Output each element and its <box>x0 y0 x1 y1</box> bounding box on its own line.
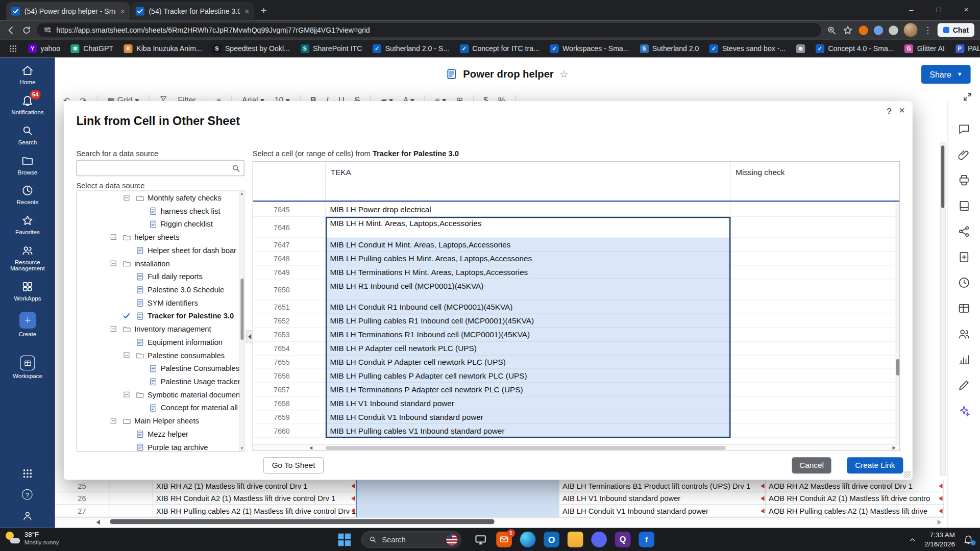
desktop-app[interactable] <box>473 532 488 547</box>
apps-menu-icon[interactable]: ? <box>22 468 33 479</box>
sidebar-item-recents[interactable]: Recents <box>1 184 54 206</box>
tab-close-icon[interactable]: × <box>244 7 249 16</box>
teka-cell[interactable]: MIB LH Pulling cables V1 Inbound standar… <box>326 424 730 438</box>
sheet-vertical-scrollbar[interactable] <box>940 142 946 476</box>
align-icon[interactable]: ≡ ▾ <box>435 95 446 102</box>
wrap-icon[interactable]: ⊞ <box>456 95 463 102</box>
missing-check-cell[interactable] <box>730 424 899 438</box>
charts-icon[interactable] <box>958 353 971 366</box>
tree-item[interactable]: Symbotic material documen <box>77 388 244 401</box>
weather-widget[interactable]: 38°F Mostly sunny <box>5 531 59 546</box>
collapse-panel-handle[interactable] <box>246 330 253 344</box>
missing-check-cell[interactable] <box>730 369 899 383</box>
teka-cell[interactable]: MIB LH Terminations H Mint. Areas, Lapto… <box>326 265 730 279</box>
account-icon[interactable]: ? <box>22 510 33 521</box>
sheet-horizontal-scrollbar[interactable] <box>55 517 944 525</box>
filter-button[interactable] <box>160 95 168 101</box>
tree-item[interactable]: installation <box>77 257 244 270</box>
missing-check-cell[interactable] <box>730 217 899 238</box>
profile-avatar[interactable] <box>904 23 918 37</box>
site-settings-icon[interactable] <box>43 26 52 34</box>
missing-check-cell[interactable] <box>730 252 899 265</box>
browser-tab[interactable]: (54) Power drop helper - Smartshe × <box>6 2 130 21</box>
grid-row[interactable]: 7646 MIB LH H Mint. Areas, Laptops,Acces… <box>253 217 899 238</box>
scroll-right-icon[interactable] <box>938 520 941 525</box>
sidebar-item-notifications[interactable]: 54 Notifications <box>1 94 54 116</box>
sheet-row[interactable]: 27 XIB RH Pulling cables A2 (1) Mastless… <box>55 505 944 517</box>
missing-check-cell[interactable] <box>730 279 899 300</box>
window-close-icon[interactable]: × <box>952 6 980 14</box>
scroll-left-icon[interactable] <box>309 446 312 449</box>
bookmark[interactable]: ✻ ChatGPT <box>71 44 113 53</box>
redo-icon[interactable]: ↷ <box>80 95 87 102</box>
browser-menu-icon[interactable]: ⋮ <box>923 25 932 35</box>
add-document-icon[interactable] <box>958 251 971 264</box>
collapse-toggle-icon[interactable] <box>124 195 129 201</box>
teka-cell[interactable]: MIB LH Terminations R1 Inbound cell (MCP… <box>326 328 730 342</box>
empty-cell[interactable] <box>109 492 153 505</box>
sidebar-item-favorites[interactable]: Favorites <box>1 214 54 236</box>
view-switcher[interactable]: ▦ Grid ▾ <box>107 95 139 102</box>
mail-app[interactable]: 1 <box>496 532 512 547</box>
sidebar-item-search[interactable]: Search <box>1 124 54 146</box>
aib-cell[interactable]: AIB LH Conduit V1 Inbound standard power <box>559 505 766 517</box>
grid-row[interactable]: 7647 MIB LH Conduit H Mint. Areas, Lapto… <box>253 238 899 252</box>
strikethrough-button[interactable]: S <box>354 95 360 102</box>
tree-item[interactable]: Main Helper sheets <box>77 414 244 428</box>
teka-cell[interactable]: MIB LH Pulling cables P Adapter cell new… <box>326 369 730 383</box>
grid-row[interactable]: 7654 MIB LH P Adapter cell newtork PLC (… <box>253 342 899 356</box>
linked-range-cell[interactable] <box>356 480 559 492</box>
teka-cell[interactable]: MIB LH R1 Inbound cell (MCP0001)(45KVA) <box>326 279 730 300</box>
bookmark[interactable]: S Speedtest by Ookl... <box>212 44 289 53</box>
bookmark[interactable]: S SharePoint ITC <box>301 44 362 53</box>
bookmark[interactable]: ✓ Steves sand box -... <box>709 44 786 53</box>
tree-item[interactable]: Purple tag archive <box>77 440 244 452</box>
missing-check-cell[interactable] <box>730 383 899 397</box>
ai-assistant-icon[interactable] <box>958 404 971 417</box>
zoom-icon[interactable] <box>826 24 837 35</box>
sheet-row[interactable]: 25 XIB RH A2 (1) Mastless lift drive con… <box>55 480 944 492</box>
filter-label[interactable]: Filter <box>178 95 195 102</box>
teka-cell[interactable]: MIB LH P Adapter cell newtork PLC (UPS) <box>326 342 730 356</box>
aib-cell[interactable]: AIB LH Terminations B1 Product lift cont… <box>559 480 766 492</box>
grid-row[interactable]: 7657 MIB LH Terminations P Adapter cell … <box>253 383 899 397</box>
text-color-icon[interactable]: A ▾ <box>403 95 414 102</box>
cancel-button[interactable]: Cancel <box>792 457 831 473</box>
sidebar-item-home[interactable]: Home <box>1 64 54 86</box>
tree-item[interactable]: Concept for material all <box>77 401 244 414</box>
tray-chevron-icon[interactable] <box>909 536 916 543</box>
extension-icon-2[interactable] <box>874 26 883 35</box>
sheet-vertical-scroll-thumb[interactable] <box>941 145 944 208</box>
underline-button[interactable]: U <box>338 95 344 102</box>
create-link-button[interactable]: Create Link <box>847 457 903 473</box>
reload-icon[interactable] <box>21 24 32 35</box>
tree-item[interactable]: SYM identifiers <box>77 296 244 309</box>
teka-cell[interactable]: MIB LH Pulling cables R1 Inbound cell (M… <box>326 314 730 328</box>
print-icon[interactable] <box>958 173 971 187</box>
grid-row[interactable]: 7660 MIB LH Pulling cables V1 Inbound st… <box>253 424 899 438</box>
tree-item[interactable]: Monthly safety checks <box>77 191 244 205</box>
bookmark[interactable]: P PALE <box>955 44 980 53</box>
activity-log-icon[interactable] <box>958 276 971 289</box>
aib-cell[interactable]: AIB LH V1 Inbound standard power <box>559 492 766 505</box>
attachments-icon[interactable] <box>958 148 971 161</box>
teka-cell[interactable]: MIB LH Terminations P Adapter cell newto… <box>326 383 730 397</box>
bold-button[interactable]: B <box>310 95 316 102</box>
edge-browser[interactable] <box>520 532 536 547</box>
tree-item[interactable]: Full daily reports <box>77 270 244 283</box>
bookmark-star-icon[interactable] <box>843 24 853 35</box>
share-button[interactable]: Share ▼ <box>921 65 970 84</box>
help-icon[interactable]: ? <box>887 106 892 116</box>
sidebar-item-create[interactable]: Create <box>1 312 54 338</box>
tree-scroll-thumb[interactable] <box>240 279 243 340</box>
teka-cell[interactable]: MIB LH Pulling cables H Mint. Areas, Lap… <box>326 252 730 265</box>
linked-range-cell[interactable] <box>356 492 559 505</box>
grid-vertical-scrollbar[interactable] <box>896 203 899 444</box>
collapse-toggle-icon[interactable] <box>111 234 116 240</box>
percent-icon[interactable]: % <box>498 95 505 102</box>
back-icon[interactable] <box>6 24 16 35</box>
row-height-icon[interactable]: ≡ <box>216 95 221 102</box>
tree-item[interactable]: Mezz helper <box>77 428 244 441</box>
collapse-toggle-icon[interactable] <box>111 326 116 332</box>
outlook-app[interactable]: O <box>544 532 559 547</box>
